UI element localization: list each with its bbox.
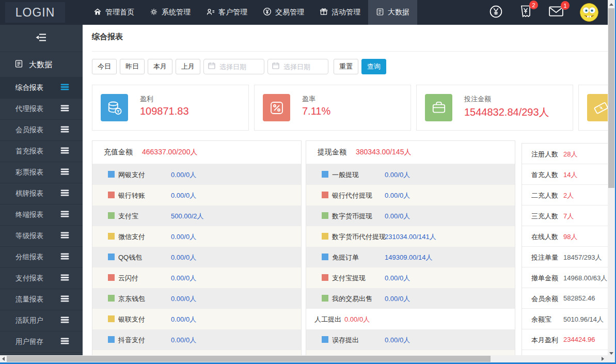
table-row: 免提订单149309.00/14人: [306, 247, 515, 267]
stat-row: 会员余额582852.46: [522, 288, 616, 309]
sidebar-item-traffic-report[interactable]: 流量报表: [0, 289, 83, 310]
scroll-right-arrow[interactable]: [602, 357, 604, 361]
nav-item-bigdata[interactable]: 大数据: [368, 0, 417, 25]
withdraw-method-value[interactable]: 0.00/0人: [385, 274, 410, 283]
card-label: 盈利: [140, 94, 153, 104]
coins-icon: [101, 94, 128, 121]
user-avatar[interactable]: [580, 3, 598, 22]
query-button[interactable]: 查询: [361, 59, 386, 74]
sidebar-item-label: 终端报表: [15, 210, 43, 219]
sidebar-item-label: 综合报表: [15, 83, 43, 92]
sidebar-toggle-button[interactable]: [0, 25, 83, 52]
mail-button[interactable]: 1: [548, 5, 564, 20]
withdraw-method-value[interactable]: 0.00/0人: [385, 336, 410, 345]
legend-square: [322, 254, 328, 260]
calendar-icon: [208, 62, 215, 71]
brand-logo[interactable]: LOGIN: [5, 2, 65, 23]
legend-square: [108, 212, 115, 219]
legend-square: [322, 336, 328, 343]
withdraw-method-value[interactable]: 0.00/0人: [385, 191, 410, 200]
exchange-button[interactable]: [489, 5, 503, 21]
nav-item-customers[interactable]: 客户管理: [198, 0, 255, 25]
nav-item-label: 交易管理: [275, 8, 304, 17]
stat-label: 三充人数: [531, 212, 558, 221]
pay-method-value[interactable]: 0.00/0人: [171, 232, 196, 242]
sidebar-item-label: 代理报表: [15, 104, 43, 114]
nav-item-system[interactable]: 系统管理: [142, 0, 198, 25]
pay-method-label: 京东钱包: [118, 294, 145, 304]
sidebar-item-payment-report[interactable]: 支付报表: [0, 268, 83, 289]
nav-item-activity[interactable]: 活动管理: [312, 0, 368, 25]
nav-item-home[interactable]: 管理首页: [86, 0, 142, 25]
pay-method-value[interactable]: 0.00/0人: [171, 253, 196, 262]
sidebar-item-level-report[interactable]: 等级报表: [0, 226, 83, 247]
sidebar-item-user-retention[interactable]: 用户留存: [0, 331, 83, 353]
table-row: 支付宝500.00/2人: [92, 205, 301, 226]
sidebar-item-agent-report[interactable]: 代理报表: [0, 99, 83, 120]
pay-method-value[interactable]: 500.00/2人: [171, 212, 204, 221]
reset-button[interactable]: 重置: [334, 59, 358, 74]
vertical-scrollbar-thumb[interactable]: [608, 8, 614, 188]
pay-method-value[interactable]: 0.00/0人: [171, 294, 196, 304]
stat-value: 2人: [563, 191, 574, 200]
card-label: 盈率: [302, 94, 315, 104]
sidebar-item-terminal-report[interactable]: 终端报表: [0, 204, 83, 226]
scroll-left-arrow[interactable]: [2, 357, 5, 361]
stat-value: 18457/293人: [563, 253, 602, 262]
pay-method-value[interactable]: 0.00/0人: [171, 336, 196, 345]
sidebar-item-group-report[interactable]: 分组报表: [0, 247, 83, 268]
horizontal-scrollbar[interactable]: [0, 355, 608, 362]
sidebar-item-label: 彩票报表: [15, 168, 43, 177]
withdraw-method-value[interactable]: 0.00/0人: [385, 294, 410, 304]
withdraw-method-value[interactable]: 0.00/0人: [385, 170, 410, 180]
withdraw-method-value[interactable]: 231034.00/141人: [385, 232, 436, 242]
date-to-field[interactable]: [267, 59, 328, 74]
date-to-input[interactable]: [282, 62, 328, 71]
this-month-button[interactable]: 本月: [148, 59, 172, 74]
manual-withdraw-row: 人工提出 0.00/0人: [306, 309, 515, 329]
yen-refresh-icon: [489, 5, 503, 21]
date-from-input[interactable]: [218, 62, 264, 71]
pay-method-value[interactable]: 0.00/0人: [171, 315, 196, 324]
sidebar-item-active-users[interactable]: 活跃用户: [0, 310, 83, 331]
vertical-scrollbar[interactable]: [608, 0, 615, 362]
stat-row: 在线人数98人: [522, 226, 616, 247]
today-button[interactable]: 今日: [92, 59, 117, 74]
pay-method-value[interactable]: 0.00/0人: [171, 274, 196, 283]
table-row: 抖音支付0.00/0人: [92, 329, 301, 350]
menu-bars-icon: [60, 168, 69, 177]
pay-method-value[interactable]: 0.00/0人: [171, 191, 196, 200]
sidebar-item-member-report[interactable]: 会员报表: [0, 120, 83, 141]
bet-amount-card: 投注金额 1544832.84/293人: [416, 85, 573, 131]
pay-method-label: 银联支付: [118, 315, 145, 324]
scroll-up-arrow[interactable]: [609, 3, 613, 6]
sidebar: 大数据 综合报表 代理报表 会员报表 首充报表 彩票报表 棋牌报表 终端报表: [0, 25, 83, 364]
sidebar-item-board-games-report[interactable]: 棋牌报表: [0, 183, 83, 204]
date-from-field[interactable]: [203, 59, 264, 74]
table-row: 银行代付提现0.00/0人: [306, 185, 515, 205]
withdraw-method-label: 我的交易出售: [332, 294, 372, 304]
manual-withdraw-label: 人工提出: [314, 315, 341, 324]
bill-button[interactable]: 2: [519, 5, 532, 20]
yesterday-button[interactable]: 昨日: [120, 59, 145, 74]
sidebar-item-comprehensive-report[interactable]: 综合报表: [0, 77, 83, 99]
pay-method-value[interactable]: 0.00/0人: [171, 170, 196, 180]
scroll-down-arrow[interactable]: [609, 352, 613, 355]
nav-item-trade[interactable]: 交易管理: [255, 0, 312, 25]
nav-item-label: 系统管理: [162, 8, 191, 17]
withdraw-method-value[interactable]: 0.00/0人: [385, 212, 410, 221]
stat-value: 14人: [563, 170, 577, 180]
withdraw-title: 提现金额: [318, 148, 346, 157]
main-content: 综合报表 今日 昨日 本月 上月 重置 查询 盈利 109871.: [83, 25, 616, 364]
yen-circle-icon: [263, 7, 272, 18]
withdraw-method-value[interactable]: 149309.00/14人: [385, 253, 433, 262]
horizontal-scrollbar-thumb[interactable]: [7, 356, 491, 362]
stat-value: 234424.96: [563, 336, 595, 343]
last-month-button[interactable]: 上月: [176, 59, 200, 74]
sidebar-item-lottery-report[interactable]: 彩票报表: [0, 162, 83, 183]
nav-item-label: 大数据: [388, 8, 409, 17]
sidebar-section-bigdata[interactable]: 大数据: [0, 52, 83, 77]
sidebar-item-label: 会员报表: [15, 125, 43, 135]
stat-label: 投注单量: [531, 253, 558, 262]
sidebar-item-first-deposit-report[interactable]: 首充报表: [0, 141, 83, 162]
